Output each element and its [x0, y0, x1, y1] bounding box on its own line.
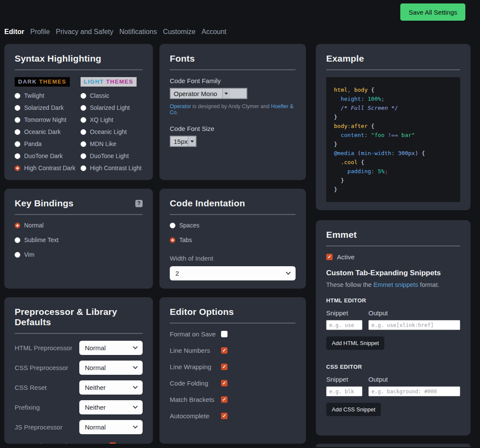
default-label: JS Preprocessor — [15, 423, 79, 431]
tab-profile[interactable]: Profile — [30, 28, 50, 36]
html-preprocessor-select[interactable]: Normal — [79, 341, 143, 355]
light-theme-option-mdn-like[interactable]: MDN Like — [81, 140, 143, 147]
dropdown-arrow-icon — [188, 137, 196, 146]
snippet-input[interactable] — [326, 320, 362, 330]
radio-selected[interactable] — [15, 165, 20, 171]
radio-unselected[interactable] — [15, 129, 20, 135]
text: is designed by Andy Clymer and — [191, 103, 271, 109]
code-font-family-select[interactable]: Operator Mono — [170, 88, 247, 99]
tab-privacy-and-safety[interactable]: Privacy and Safety — [56, 28, 113, 36]
radio-unselected[interactable] — [81, 105, 86, 111]
js-preprocessor-select[interactable]: Normal — [79, 420, 143, 434]
dark-theme-label: Oceanic Dark — [24, 128, 61, 135]
light-theme-label: High Contrast Light — [90, 165, 142, 171]
select-value: Normal — [85, 423, 106, 431]
radio-unselected[interactable] — [81, 117, 86, 123]
badge-word: THEMES — [39, 78, 66, 85]
code-line: @media (min-width: 300px) { — [334, 149, 452, 158]
emmet-sections: HTML EDITORSnippetOutputAdd HTML Snippet… — [326, 297, 460, 422]
radio-selected[interactable] — [15, 223, 20, 228]
save-all-settings-button[interactable]: Save All Settings — [400, 3, 465, 21]
radio-unselected[interactable] — [15, 252, 20, 258]
syntax-highlighting-panel: Syntax Highlighting DARK THEMES Twilight… — [4, 44, 153, 180]
snippet-input[interactable] — [326, 386, 362, 396]
keybinding-option-normal[interactable]: Normal — [15, 222, 143, 229]
checkbox-checked[interactable] — [221, 396, 228, 403]
emmet-active-label: Active — [337, 253, 355, 261]
tab-notifications[interactable]: Notifications — [119, 28, 157, 36]
light-theme-option-high-contrast-light[interactable]: High Contrast Light — [81, 165, 143, 171]
dark-theme-option-solarized-dark[interactable]: Solarized Dark — [15, 104, 77, 111]
snippet-inputs-row — [326, 386, 460, 396]
light-theme-option-solarized-light[interactable]: Solarized Light — [81, 104, 143, 111]
add-css-snippet-button[interactable]: Add CSS Snippet — [326, 403, 381, 416]
css-preprocessor-select[interactable]: Normal — [79, 361, 143, 375]
help-icon[interactable]: ? — [135, 200, 143, 207]
link-operator[interactable]: Operator — [170, 103, 191, 109]
radio-unselected[interactable] — [15, 93, 20, 99]
select-value: Operator Mono — [174, 90, 217, 97]
keybinding-option-sublime-text[interactable]: Sublime Text — [15, 236, 143, 243]
indent-type-option-spaces[interactable]: Spaces — [170, 222, 296, 229]
light-theme-label: Oceanic Light — [90, 128, 127, 135]
dark-theme-option-high-contrast-dark[interactable]: High Contrast Dark — [15, 165, 77, 171]
keybinding-option-vim[interactable]: Vim — [15, 251, 143, 258]
radio-unselected[interactable] — [81, 165, 86, 171]
radio-unselected[interactable] — [81, 153, 86, 159]
tab-account[interactable]: Account — [202, 28, 227, 36]
checkbox-checked[interactable] — [109, 442, 116, 444]
radio-unselected[interactable] — [81, 93, 86, 99]
css-reset-select[interactable]: Neither — [79, 380, 143, 395]
select-value: Neither — [85, 384, 106, 391]
radio-selected[interactable] — [170, 237, 175, 243]
add-html-snippet-button[interactable]: Add HTML Snippet — [326, 336, 384, 350]
checkbox-unchecked[interactable] — [221, 331, 228, 337]
output-input[interactable] — [368, 320, 460, 330]
badge-word: THEMES — [106, 78, 133, 85]
light-theme-option-duotone-light[interactable]: DuoTone Light — [81, 152, 143, 159]
checkbox-checked[interactable] — [326, 254, 333, 260]
radio-unselected[interactable] — [15, 153, 20, 159]
code-font-size-select[interactable]: 15px — [170, 136, 196, 147]
light-themes-column: LIGHT THEMES ClassicSolarized LightXQ Li… — [81, 77, 143, 177]
link-emmet-snippets[interactable]: Emmet snippets — [374, 281, 418, 288]
indent-type-option-tabs[interactable]: Tabs — [170, 236, 296, 243]
checkbox-checked[interactable] — [221, 380, 228, 386]
tab-editor[interactable]: Editor — [4, 28, 24, 36]
radio-unselected[interactable] — [81, 129, 86, 135]
checkbox-checked[interactable] — [221, 413, 228, 419]
light-theme-option-classic[interactable]: Classic — [81, 92, 143, 99]
radio-unselected[interactable] — [15, 117, 20, 123]
code-indentation-panel: Code Indentation SpacesTabs Width of Ind… — [159, 189, 306, 289]
dropdown-arrow-icon — [222, 89, 230, 98]
radio-unselected[interactable] — [15, 141, 20, 147]
code-line: padding: 5%; — [334, 167, 452, 176]
select-value: Normal — [85, 364, 106, 371]
radio-unselected[interactable] — [170, 223, 175, 228]
dark-theme-option-duotone-dark[interactable]: DuoTone Dark — [15, 152, 77, 159]
output-input[interactable] — [368, 386, 460, 396]
checkbox-checked[interactable] — [221, 347, 228, 354]
radio-unselected[interactable] — [15, 237, 20, 243]
radio-unselected[interactable] — [81, 141, 86, 147]
default-label: HTML Preprocessor — [15, 344, 79, 352]
dark-theme-option-tomorrow-night[interactable]: Tomorrow Night — [15, 116, 77, 123]
radio-unselected[interactable] — [15, 105, 20, 111]
snippet-label: Snippet — [326, 309, 368, 317]
divider — [15, 69, 143, 70]
light-theme-option-oceanic-light[interactable]: Oceanic Light — [81, 128, 143, 135]
next-panel-top-edge — [316, 444, 471, 447]
default-label: CSS Reset — [15, 384, 79, 391]
snippet-output-labels: SnippetOutput — [326, 309, 460, 317]
dark-theme-option-panda[interactable]: Panda — [15, 140, 77, 147]
editor-option-code-folding: Code Folding — [170, 380, 296, 387]
checkbox-checked[interactable] — [221, 364, 228, 370]
light-theme-option-xq-light[interactable]: XQ Light — [81, 116, 143, 123]
dark-theme-option-oceanic-dark[interactable]: Oceanic Dark — [15, 128, 77, 135]
dark-theme-option-twilight[interactable]: Twilight — [15, 92, 77, 99]
panel-title: Example — [326, 53, 460, 64]
emmet-section-css-editor: CSS EDITORSnippetOutputAdd CSS Snippet — [326, 364, 460, 422]
width-of-indent-select[interactable]: 2 — [170, 266, 296, 280]
tab-customize[interactable]: Customize — [163, 28, 196, 36]
prefixing-select[interactable]: Neither — [79, 400, 143, 414]
